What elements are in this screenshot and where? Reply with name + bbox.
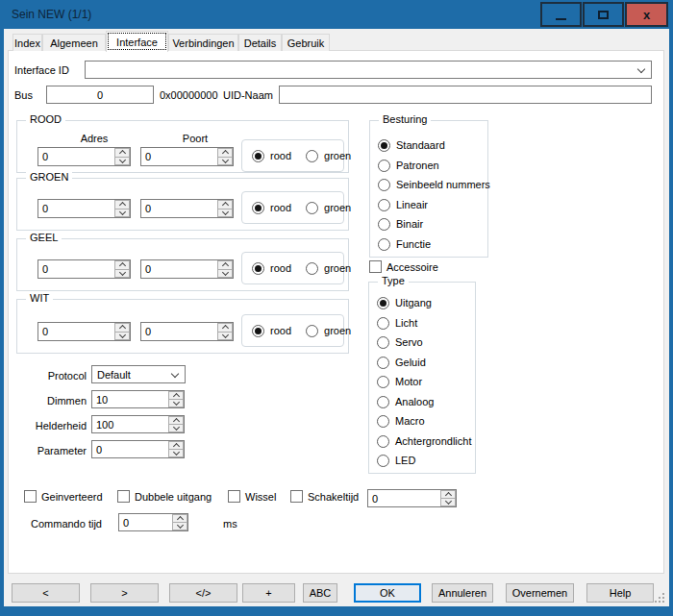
besturing-option-functie[interactable]: Functie (378, 237, 431, 251)
type-option-licht[interactable]: Licht (377, 316, 417, 330)
protocol-combobox[interactable]: Default (91, 365, 186, 383)
spinner-down-button[interactable] (168, 450, 184, 457)
type-option-analoog[interactable]: Analoog (377, 395, 434, 408)
tab-verbindingen[interactable]: Verbindingen (168, 34, 238, 51)
spinner-value[interactable]: 100 (92, 416, 168, 432)
checkbox-icon (24, 490, 37, 503)
spinner-down-icon (172, 424, 179, 431)
tab-index[interactable]: Index (12, 34, 42, 51)
spinner-down-icon (221, 157, 228, 163)
type-option-uitgang[interactable]: Uitgang (377, 296, 432, 309)
type-option-macro[interactable]: Macro (377, 414, 425, 428)
spinner-value[interactable]: 0 (38, 323, 114, 340)
type-option-achtergrondlicht[interactable]: Achtergrondlicht (377, 434, 472, 448)
spinner-value[interactable]: 10 (92, 391, 168, 407)
spinner-down-button[interactable] (217, 158, 233, 166)
besturing-option-seinbeeld-nummers[interactable]: Seinbeeld nummers (378, 178, 490, 191)
spinner-down-button[interactable] (217, 270, 233, 279)
radio-rood[interactable]: rood (252, 325, 291, 337)
schakeltijd-checkbox[interactable]: Schakeltijd (290, 490, 359, 503)
tab-interface[interactable]: Interface (106, 31, 168, 52)
dropdown-chevron-icon (637, 64, 645, 72)
groen-adres-spinner[interactable]: 0 (37, 199, 131, 218)
groen-poort-spinner[interactable]: 0 (140, 199, 234, 218)
rood-poort-spinner[interactable]: 0 (140, 147, 234, 166)
dubbele-uitgang-checkbox[interactable]: Dubbele uitgang (117, 490, 212, 503)
geinverteerd-checkbox[interactable]: Geinverteerd (24, 490, 103, 503)
spinner-value[interactable]: 0 (141, 260, 217, 278)
type-option-led[interactable]: LED (377, 454, 415, 467)
tab-details[interactable]: Details (238, 34, 282, 51)
prev-button[interactable]: < (12, 583, 80, 603)
type-option-motor[interactable]: Motor (377, 375, 422, 388)
dimmen-label: Dimmen (14, 394, 87, 407)
type-option-servo[interactable]: Servo (377, 335, 423, 349)
annuleren-button[interactable]: Annuleren (432, 583, 493, 603)
close-button[interactable]: x (625, 2, 668, 27)
minimize-button[interactable] (540, 2, 582, 27)
geel-adres-spinner[interactable]: 0 (37, 259, 131, 279)
dimmen-spinner[interactable]: 10 (91, 390, 185, 408)
spinner-down-button[interactable] (172, 523, 187, 530)
spinner-down-button[interactable] (168, 425, 184, 432)
titlebar[interactable]: Sein NEW (1/1) x (0, 0, 673, 29)
geel-poort-spinner[interactable]: 0 (140, 259, 234, 279)
abc-button[interactable]: ABC (303, 583, 337, 603)
tab-gebruik[interactable]: Gebruik (282, 34, 330, 51)
uid-naam-input[interactable] (279, 86, 652, 104)
spinner-value[interactable]: 0 (368, 490, 440, 506)
next-button[interactable]: > (90, 583, 159, 603)
radio-groen[interactable]: groen (306, 325, 351, 337)
wissel-checkbox[interactable]: Wissel (228, 490, 276, 503)
radio-groen[interactable]: groen (306, 202, 351, 214)
spinner-down-button[interactable] (114, 209, 130, 218)
spinner-value[interactable]: 0 (38, 260, 114, 278)
code-button[interactable]: </> (169, 583, 237, 603)
spinner-value[interactable]: 0 (38, 200, 114, 217)
ok-button[interactable]: OK (354, 583, 421, 603)
commando-tijd-spinner[interactable]: 0 (118, 513, 188, 531)
spinner-down-button[interactable] (168, 400, 184, 407)
besturing-option-standaard[interactable]: Standaard (378, 138, 445, 152)
spinner-value[interactable]: 0 (38, 148, 114, 165)
type-option-geluid[interactable]: Geluid (377, 356, 426, 369)
bus-input[interactable]: 0 (46, 86, 154, 104)
parameter-spinner[interactable]: 0 (91, 440, 185, 458)
spinner-down-button[interactable] (217, 209, 233, 218)
besturing-option-binair[interactable]: Binair (378, 217, 423, 231)
overnemen-button[interactable]: Overnemen (506, 583, 574, 603)
spinner-value[interactable]: 0 (141, 148, 217, 165)
radio-unchecked-icon (377, 336, 389, 349)
helderheid-spinner[interactable]: 100 (91, 415, 185, 433)
spinner-value[interactable]: 0 (141, 323, 217, 340)
resize-grip[interactable] (655, 593, 666, 604)
interface-id-combobox[interactable] (85, 61, 652, 79)
spinner-down-button[interactable] (217, 333, 233, 341)
radio-rood[interactable]: rood (252, 202, 291, 214)
radio-groen[interactable]: groen (306, 150, 351, 162)
add-button[interactable]: + (242, 583, 295, 603)
spinner-down-button[interactable] (440, 499, 456, 506)
maximize-button[interactable] (583, 2, 624, 27)
wit-adres-spinner[interactable]: 0 (37, 322, 131, 341)
rood-adres-spinner[interactable]: 0 (37, 147, 131, 166)
radio-unchecked-icon (378, 160, 390, 172)
spinner-down-button[interactable] (114, 158, 130, 166)
radio-groen[interactable]: groen (306, 262, 351, 275)
schakeltijd-spinner[interactable]: 0 (367, 489, 457, 507)
besturing-group: Besturing Standaard Patronen Seinbeeld n… (369, 120, 488, 258)
spinner-down-button[interactable] (114, 333, 130, 341)
spinner-down-button[interactable] (114, 270, 130, 279)
wit-poort-spinner[interactable]: 0 (140, 322, 234, 341)
spinner-value[interactable]: 0 (119, 514, 172, 530)
spinner-value[interactable]: 0 (141, 200, 217, 217)
radio-rood[interactable]: rood (252, 262, 291, 275)
besturing-option-lineair[interactable]: Lineair (378, 198, 428, 211)
help-button[interactable]: Help (586, 583, 654, 603)
besturing-option-patronen[interactable]: Patronen (378, 159, 439, 172)
dialog-window: Sein NEW (1/1) x Index Algemeen Interfac… (0, 0, 673, 616)
accessoire-checkbox[interactable]: Accessoire (369, 260, 438, 273)
radio-rood[interactable]: rood (252, 150, 291, 162)
spinner-value[interactable]: 0 (92, 441, 168, 457)
tab-algemeen[interactable]: Algemeen (42, 34, 106, 51)
